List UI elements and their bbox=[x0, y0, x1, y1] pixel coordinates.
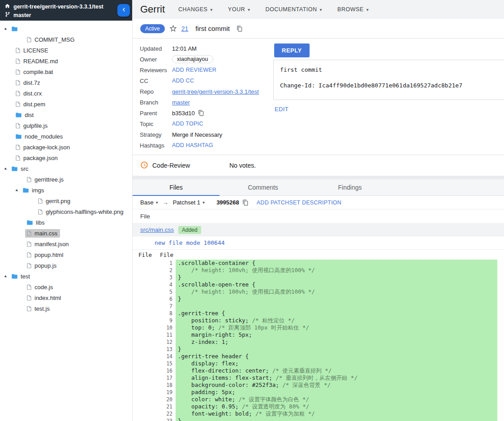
branch-link[interactable]: master bbox=[172, 99, 190, 106]
tree-item-index-html[interactable]: index.html bbox=[0, 292, 132, 303]
diff-base-gutter[interactable] bbox=[133, 324, 154, 331]
tree-item-popup-js[interactable]: popup.js bbox=[0, 260, 132, 271]
copy-icon[interactable] bbox=[242, 200, 249, 206]
sidebar-collapse-button[interactable] bbox=[117, 4, 130, 17]
tree-item-main-css[interactable]: main.css bbox=[0, 228, 132, 239]
tree-item-libs[interactable]: libs bbox=[0, 217, 132, 228]
tree-item-code-js[interactable]: code.js bbox=[0, 282, 132, 292]
expander-icon[interactable] bbox=[3, 25, 10, 32]
tree-item-dist-crx[interactable]: dist.crx bbox=[0, 88, 132, 99]
tree-item-dist[interactable]: dist bbox=[0, 109, 132, 120]
diff-line-number[interactable]: 8 bbox=[154, 310, 176, 317]
expander-icon[interactable] bbox=[3, 165, 10, 172]
diff-line-number[interactable]: 10 bbox=[154, 324, 176, 331]
diff-base-gutter[interactable] bbox=[133, 281, 154, 288]
tree-item-compile-bat[interactable]: compile.bat bbox=[0, 66, 132, 77]
add-reviewer-link[interactable]: ADD REVIEWER bbox=[172, 67, 216, 73]
diff-base-gutter[interactable] bbox=[133, 360, 154, 367]
diff-base-gutter[interactable] bbox=[133, 346, 154, 353]
tree-item-src[interactable]: src bbox=[0, 163, 132, 174]
expander-icon[interactable] bbox=[14, 187, 21, 194]
add-cc-link[interactable]: ADD CC bbox=[172, 78, 194, 84]
tree-item-license[interactable]: LICENSE bbox=[0, 45, 132, 56]
add-hashtag-link[interactable]: ADD HASHTAG bbox=[172, 142, 213, 148]
diff-line-number[interactable]: 2 bbox=[154, 267, 176, 274]
tree-item-gerrittree-js[interactable]: gerrittree.js bbox=[0, 174, 132, 185]
tree-item-package-lock-json[interactable]: package-lock.json bbox=[0, 142, 132, 152]
star-icon[interactable] bbox=[169, 24, 177, 33]
diff-base-gutter[interactable] bbox=[133, 260, 154, 267]
tree-item-manifest-json[interactable]: manifest.json bbox=[0, 239, 132, 249]
diff-line-number[interactable]: 13 bbox=[154, 346, 176, 353]
diff-line-number[interactable]: 19 bbox=[154, 389, 176, 396]
diff-line-number[interactable]: 21 bbox=[154, 403, 176, 410]
tree-item-glyphicons-halflings-white-png[interactable]: glyphicons-halflings-white.png bbox=[0, 206, 132, 217]
diff-base-gutter[interactable] bbox=[133, 410, 154, 417]
tree-item-dist-7z[interactable]: dist.7z bbox=[0, 77, 132, 88]
copy-icon[interactable] bbox=[237, 26, 243, 32]
diff-line-number[interactable]: 5 bbox=[154, 288, 176, 295]
tree-item-readme-md[interactable]: README.md bbox=[0, 56, 132, 66]
diff-line-number[interactable]: 7 bbox=[154, 303, 176, 310]
diff-base-gutter[interactable] bbox=[133, 389, 154, 396]
diff-line-number[interactable]: 9 bbox=[154, 317, 176, 324]
diff-base-gutter[interactable] bbox=[133, 367, 154, 374]
nav-your[interactable]: YOUR▾ bbox=[228, 6, 250, 13]
diff-line-number[interactable]: 22 bbox=[154, 410, 176, 417]
diff-line-number[interactable]: 12 bbox=[154, 339, 176, 346]
diff-line-number[interactable]: 20 bbox=[154, 396, 176, 403]
diff-base-gutter[interactable] bbox=[133, 353, 154, 360]
owner-chip[interactable]: xiaohajiayou bbox=[172, 55, 213, 63]
tree-item-imgs[interactable]: imgs bbox=[0, 185, 132, 195]
diff-line-number[interactable]: 16 bbox=[154, 367, 176, 374]
diff-line-number[interactable]: 23 bbox=[154, 417, 176, 421]
diff-base-gutter[interactable] bbox=[133, 396, 154, 403]
edit-link[interactable]: EDIT bbox=[275, 106, 289, 113]
diff-line-number[interactable]: 18 bbox=[154, 382, 176, 389]
tree-item-package-json[interactable]: package.json bbox=[0, 152, 132, 163]
diff-base-gutter[interactable] bbox=[133, 317, 154, 324]
diff-base-gutter[interactable] bbox=[133, 331, 154, 339]
tree-item-dist-pem[interactable]: dist.pem bbox=[0, 99, 132, 109]
tree-item-commit-msg[interactable]: COMMIT_MSG bbox=[0, 34, 132, 45]
add-patchset-description-link[interactable]: ADD PATCHSET DESCRIPTION bbox=[257, 200, 341, 206]
diff-line-number[interactable]: 4 bbox=[154, 281, 176, 288]
tree-item-root-folder[interactable] bbox=[0, 23, 132, 34]
tree-item-node-modules[interactable]: node_modules bbox=[0, 131, 132, 142]
nav-changes[interactable]: CHANGES▾ bbox=[178, 6, 213, 13]
nav-documentation[interactable]: DOCUMENTATION▾ bbox=[266, 6, 323, 13]
file-row[interactable]: src/main.css Added bbox=[133, 224, 504, 236]
diff-line-number[interactable]: 17 bbox=[154, 374, 176, 382]
tree-item-test-js[interactable]: test.js bbox=[0, 303, 132, 314]
patchset-select[interactable]: Patchset 1▾ bbox=[173, 199, 205, 206]
diff-base-gutter[interactable] bbox=[133, 374, 154, 382]
tab-comments[interactable]: Comments bbox=[220, 179, 306, 195]
diff-base-gutter[interactable] bbox=[133, 267, 154, 274]
tab-findings[interactable]: Findings bbox=[306, 179, 393, 195]
diff-base-gutter[interactable] bbox=[133, 339, 154, 346]
file-path-link[interactable]: src/main.css bbox=[140, 226, 174, 233]
change-number-link[interactable]: 21 bbox=[181, 25, 189, 32]
diff-base-gutter[interactable] bbox=[133, 295, 154, 303]
add-topic-link[interactable]: ADD TOPIC bbox=[172, 121, 203, 127]
repo-link[interactable]: gerrit-tree/gerrit-version-3.3.1/test bbox=[172, 88, 259, 95]
diff-line-number[interactable]: 11 bbox=[154, 331, 176, 339]
diff-line-number[interactable]: 1 bbox=[154, 260, 176, 267]
tree-item-test[interactable]: test bbox=[0, 271, 132, 282]
tree-item-gerrit-png[interactable]: gerrit.png bbox=[0, 195, 132, 206]
diff-line-number[interactable]: 3 bbox=[154, 274, 176, 281]
expander-icon[interactable] bbox=[3, 273, 10, 280]
tree-item-popup-html[interactable]: popup.html bbox=[0, 249, 132, 260]
reply-button[interactable]: REPLY bbox=[274, 43, 310, 57]
nav-browse[interactable]: BROWSE▾ bbox=[337, 6, 369, 13]
diff-line-number[interactable]: 6 bbox=[154, 295, 176, 303]
tree-item-gulpfile-js[interactable]: gulpfile.js bbox=[0, 120, 132, 131]
base-select[interactable]: Base▾ bbox=[140, 199, 158, 206]
diff-line-number[interactable]: 14 bbox=[154, 353, 176, 360]
diff-base-gutter[interactable] bbox=[133, 288, 154, 295]
diff-line-number[interactable]: 15 bbox=[154, 360, 176, 367]
diff-base-gutter[interactable] bbox=[133, 417, 154, 421]
diff-base-gutter[interactable] bbox=[133, 403, 154, 410]
diff-base-gutter[interactable] bbox=[133, 310, 154, 317]
tab-files[interactable]: Files bbox=[133, 179, 220, 195]
